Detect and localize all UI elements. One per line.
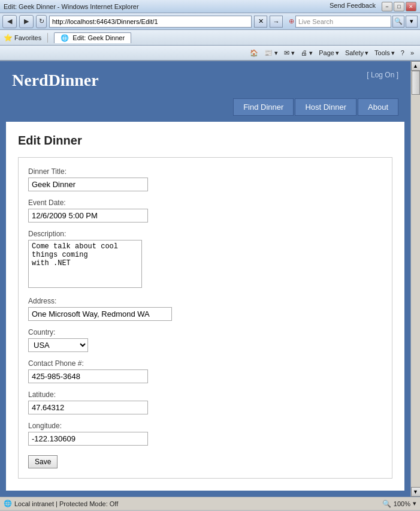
search-button[interactable]: 🔍 [392, 16, 404, 28]
maximize-button[interactable]: □ [394, 2, 404, 11]
close-button[interactable]: ✕ [406, 2, 416, 11]
about-nav[interactable]: About [358, 98, 398, 116]
nav-bar: Find Dinner Host Dinner About [0, 96, 410, 116]
browser-tab[interactable]: 🌐 Edit: Geek Dinner [54, 32, 131, 43]
latitude-group: Latitude: [28, 390, 382, 414]
longitude-input[interactable] [28, 432, 148, 446]
search-input[interactable]: Live Search [295, 16, 391, 28]
phone-group: Contact Phone #: [28, 359, 382, 383]
site-header: NerdDinner [ Log On ] [0, 61, 410, 96]
window-controls: Send Feedback − □ ✕ [330, 2, 416, 11]
address-input[interactable] [49, 16, 252, 28]
main-content: Edit Dinner Dinner Title: Event Date: De… [6, 122, 404, 491]
scroll-up-button[interactable]: ▲ [411, 61, 421, 71]
toolbar-more[interactable]: » [408, 48, 416, 58]
window-title: Edit: Geek Dinner - Windows Internet Exp… [4, 3, 139, 10]
address-label: Address: [28, 297, 382, 305]
country-select[interactable]: USA Canada UK Australia [28, 338, 88, 352]
favorites-button[interactable]: ⭐ Favorites [4, 34, 41, 42]
event-date-label: Event Date: [28, 199, 382, 207]
safety-button[interactable]: Safety ▾ [343, 48, 371, 58]
refresh-button[interactable]: ↻ [36, 15, 47, 28]
address-input[interactable] [28, 307, 172, 321]
scroll-down-button[interactable]: ▼ [411, 487, 421, 497]
status-bar: 🌐 Local intranet | Protected Mode: Off 🔍… [0, 497, 420, 510]
country-label: Country: [28, 328, 382, 336]
favorites-bar: ⭐ Favorites 🌐 Edit: Geek Dinner [0, 30, 420, 46]
separator [47, 33, 48, 43]
latitude-input[interactable] [28, 401, 148, 414]
zoom-dropdown-icon: ▾ [413, 500, 416, 507]
home-button[interactable]: 🏠 [247, 48, 261, 58]
event-date-input[interactable] [28, 209, 148, 223]
dinner-title-group: Dinner Title: [28, 167, 382, 191]
scroll-thumb[interactable] [412, 71, 420, 95]
host-dinner-nav[interactable]: Host Dinner [295, 98, 356, 116]
send-feedback[interactable]: Send Feedback [330, 2, 376, 11]
help-button[interactable]: ? [398, 48, 407, 58]
description-input[interactable]: Come talk about cool things coming with … [28, 240, 142, 288]
site-title: NerdDinner [12, 71, 99, 90]
minimize-button[interactable]: − [382, 2, 392, 11]
forward-button[interactable]: ▶ [19, 15, 34, 28]
address-bar: ◀ ▶ ↻ ✕ → ⊕ Live Search 🔍 ▾ [0, 13, 420, 30]
latitude-label: Latitude: [28, 390, 382, 399]
zoom-icon: 🔍 [382, 500, 391, 508]
scrollbar: ▲ ▼ [410, 61, 420, 497]
browser-content-wrapper: NerdDinner [ Log On ] Find Dinner Host D… [0, 61, 420, 497]
status-text: 🌐 Local intranet | Protected Mode: Off [4, 500, 118, 507]
mail-button[interactable]: ✉ ▾ [282, 48, 297, 58]
longitude-label: Longitude: [28, 422, 382, 430]
globe-icon: 🌐 [4, 500, 12, 507]
edit-dinner-form: Dinner Title: Event Date: Description: C… [18, 157, 392, 479]
log-on-link[interactable]: [ Log On ] [367, 71, 398, 79]
country-group: Country: USA Canada UK Australia [28, 328, 382, 352]
dinner-title-input[interactable] [28, 178, 148, 191]
go-button[interactable]: → [270, 16, 283, 28]
phone-label: Contact Phone #: [28, 359, 382, 368]
feeds-button[interactable]: 📰 ▾ [262, 48, 280, 58]
toolbar-bar: 🏠 📰 ▾ ✉ ▾ 🖨 ▾ Page ▾ Safety ▾ Tools ▾ ? … [0, 46, 420, 61]
phone-input[interactable] [28, 369, 148, 383]
save-button[interactable]: Save [28, 455, 58, 468]
tab-icon: 🌐 [61, 34, 69, 41]
address-group: Address: [28, 297, 382, 321]
scroll-track[interactable] [411, 71, 420, 487]
longitude-group: Longitude: [28, 422, 382, 446]
description-group: Description: Come talk about cool things… [28, 230, 382, 290]
back-button[interactable]: ◀ [2, 15, 17, 28]
find-dinner-nav[interactable]: Find Dinner [233, 98, 294, 116]
zoom-control[interactable]: 🔍 100% ▾ [382, 500, 416, 508]
page-content: NerdDinner [ Log On ] Find Dinner Host D… [0, 61, 410, 497]
search-dropdown[interactable]: ▾ [406, 16, 418, 28]
event-date-group: Event Date: [28, 199, 382, 223]
dinner-title-label: Dinner Title: [28, 167, 382, 176]
refresh-stop-button[interactable]: ✕ [254, 16, 267, 28]
print-button[interactable]: 🖨 ▾ [298, 48, 315, 58]
title-bar: Edit: Geek Dinner - Windows Internet Exp… [0, 0, 420, 13]
star-icon: ⭐ [4, 34, 13, 42]
description-label: Description: [28, 230, 382, 238]
tools-button[interactable]: Tools ▾ [372, 48, 397, 58]
page-button[interactable]: Page ▾ [316, 48, 342, 58]
page-title: Edit Dinner [18, 134, 392, 148]
